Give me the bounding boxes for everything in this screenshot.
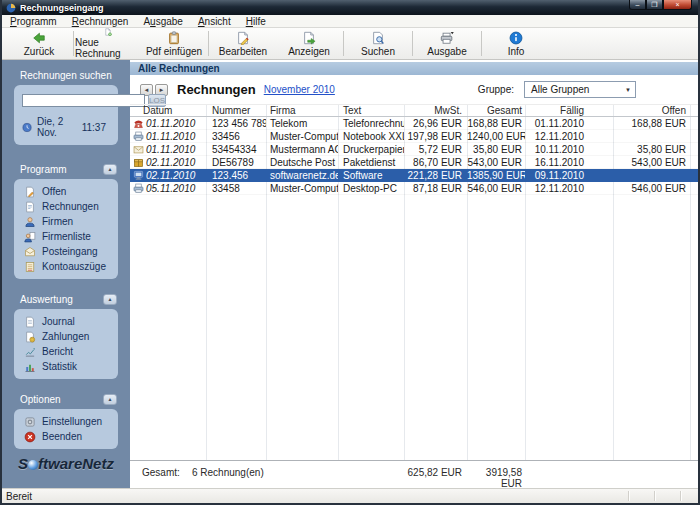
group-label: Gruppe: bbox=[478, 84, 514, 95]
toolbar-separator bbox=[208, 31, 209, 56]
toolbar-separator bbox=[412, 31, 413, 56]
search-button[interactable]: Suchen bbox=[345, 28, 411, 59]
page-title: Rechnungen bbox=[177, 82, 256, 97]
section-title-optionen: Optionen bbox=[20, 394, 61, 405]
table-row[interactable]: 05.11.2010 33458 Muster-Computer Desktop… bbox=[130, 182, 698, 195]
menu-programm[interactable]: Programm bbox=[10, 16, 57, 27]
toolbar-separator bbox=[481, 31, 482, 56]
title-bar: Rechnungseingang – ❐ × bbox=[2, 0, 698, 15]
sidebar-item-journal[interactable]: Journal bbox=[14, 314, 118, 329]
sidebar-item-rechnungen[interactable]: Rechnungen bbox=[14, 199, 118, 214]
gear-icon bbox=[24, 416, 36, 428]
sidebar-item-bericht[interactable]: Bericht bbox=[14, 344, 118, 359]
sidebar-item-firmen[interactable]: Firmen bbox=[14, 214, 118, 229]
pdf-insert-button[interactable]: Pdf einfügen bbox=[141, 28, 207, 59]
group-dropdown[interactable]: Alle Gruppen ▼ bbox=[524, 81, 636, 98]
table-row[interactable]: 01.11.2010 53454334 Mustermann AG Drucke… bbox=[130, 143, 698, 156]
sidebar-item-zahlungen[interactable]: Zahlungen bbox=[14, 329, 118, 344]
view-icon bbox=[302, 31, 316, 45]
collapse-icon[interactable]: ▲ bbox=[103, 394, 117, 405]
toolbar: Zurück Neue Rechnung Pdf einfügen Bearbe… bbox=[2, 28, 698, 60]
collapse-icon[interactable]: ▲ bbox=[103, 164, 117, 175]
search-panel: LOS Die, 2 Nov. 11:37 bbox=[14, 85, 118, 145]
view-button[interactable]: Anzeigen bbox=[276, 28, 342, 59]
sidebar: Rechnungen suchen LOS Die, 2 Nov. 11:37 … bbox=[2, 60, 130, 488]
close-button[interactable]: × bbox=[663, 0, 692, 10]
app-window: Rechnungseingang – ❐ × Programm Rechnung… bbox=[0, 0, 700, 505]
column-header-datum[interactable]: Datum bbox=[130, 105, 206, 116]
search-section-title: Rechnungen suchen bbox=[20, 70, 130, 81]
menu-rechnungen[interactable]: Rechnungen bbox=[72, 16, 129, 27]
minimize-button[interactable]: – bbox=[629, 0, 646, 10]
table-row[interactable]: 01.11.2010 123 456 7890 Telekom Telefonr… bbox=[130, 117, 698, 130]
column-header-text[interactable]: Text bbox=[338, 105, 404, 116]
current-date: Die, 2 Nov. bbox=[37, 116, 82, 138]
table-header: Datum Nummer Firma Text MwSt. Gesamt Fäl… bbox=[130, 104, 698, 117]
info-icon bbox=[509, 31, 523, 45]
search-icon bbox=[371, 31, 385, 45]
footer-total-label: Gesamt: bbox=[142, 467, 180, 478]
maximize-button[interactable]: ❐ bbox=[646, 0, 663, 10]
sidebar-item-offen[interactable]: Offen bbox=[14, 184, 118, 199]
phone-icon bbox=[133, 118, 144, 129]
report-icon bbox=[24, 346, 36, 358]
status-text: Bereit bbox=[6, 491, 32, 502]
menu-ansicht[interactable]: Ansicht bbox=[198, 16, 231, 27]
ledger-icon bbox=[24, 261, 36, 273]
person-list-icon bbox=[24, 231, 36, 243]
back-button[interactable]: Zurück bbox=[6, 28, 72, 59]
new-invoice-icon bbox=[101, 28, 115, 36]
auswertung-panel: Journal Zahlungen Bericht Statistik bbox=[14, 309, 118, 379]
menu-ausgabe[interactable]: Ausgabe bbox=[143, 16, 182, 27]
column-header-nummer[interactable]: Nummer bbox=[206, 105, 266, 116]
edit-button[interactable]: Bearbeiten bbox=[210, 28, 276, 59]
clock-icon bbox=[22, 122, 32, 133]
print-icon bbox=[440, 31, 454, 45]
period-link[interactable]: November 2010 bbox=[264, 84, 335, 95]
fax-icon bbox=[133, 131, 144, 142]
toolbar-separator bbox=[343, 31, 344, 56]
journal-icon bbox=[24, 316, 36, 328]
pdf-insert-icon bbox=[167, 31, 181, 45]
column-header-offen[interactable]: Offen bbox=[613, 105, 698, 116]
sidebar-item-posteingang[interactable]: Posteingang bbox=[14, 244, 118, 259]
footer-gesamt-total: 3919,58 EUR bbox=[467, 467, 525, 489]
menu-hilfe[interactable]: Hilfe bbox=[246, 16, 266, 27]
window-title: Rechnungseingang bbox=[20, 3, 104, 13]
bar-chart-icon bbox=[24, 361, 36, 373]
current-time: 11:37 bbox=[82, 122, 110, 133]
back-arrow-icon bbox=[32, 31, 46, 45]
info-button[interactable]: Info bbox=[483, 28, 549, 59]
search-input[interactable] bbox=[22, 94, 145, 107]
table-footer: Gesamt: 6 Rechnung(en) 625,82 EUR 3919,5… bbox=[130, 460, 698, 485]
app-logo-icon bbox=[6, 3, 16, 13]
new-invoice-button[interactable]: Neue Rechnung bbox=[75, 28, 141, 59]
footer-invoice-count: 6 Rechnung(en) bbox=[192, 467, 264, 478]
sidebar-item-statistik[interactable]: Statistik bbox=[14, 359, 118, 374]
output-button[interactable]: Ausgabe bbox=[414, 28, 480, 59]
sidebar-item-kontoauszuege[interactable]: Kontoauszüge bbox=[14, 259, 118, 274]
column-header-mwst[interactable]: MwSt. bbox=[404, 105, 467, 116]
table-row[interactable]: 01.11.2010 33456 Muster-Computer Noteboo… bbox=[130, 130, 698, 143]
chevron-down-icon: ▼ bbox=[625, 87, 631, 93]
collapse-icon[interactable]: ▲ bbox=[103, 294, 117, 305]
package-icon bbox=[133, 157, 144, 168]
column-header-faellig[interactable]: Fällig bbox=[525, 105, 613, 116]
fax-icon bbox=[133, 183, 144, 194]
footer-mwst-total: 625,82 EUR bbox=[404, 467, 467, 478]
table-row-selected[interactable]: 02.11.2010 123.456 softwarenetz.de Softw… bbox=[130, 169, 698, 182]
invoice-document-icon bbox=[24, 201, 36, 213]
sidebar-item-einstellungen[interactable]: Einstellungen bbox=[14, 414, 118, 429]
table-row[interactable]: 02.11.2010 DE56789 Deutsche Post Paketdi… bbox=[130, 156, 698, 169]
sidebar-item-beenden[interactable]: Beenden bbox=[14, 429, 118, 444]
column-header-gesamt[interactable]: Gesamt bbox=[467, 105, 525, 116]
payment-icon bbox=[24, 331, 36, 343]
computer-icon bbox=[133, 170, 144, 181]
sidebar-item-firmenliste[interactable]: Firmenliste bbox=[14, 229, 118, 244]
column-header-firma[interactable]: Firma bbox=[266, 105, 338, 116]
programm-panel: Offen Rechnungen Firmen Firmenliste Post… bbox=[14, 179, 118, 279]
toolbar-separator bbox=[73, 31, 74, 56]
view-caption: Alle Rechnungen bbox=[130, 62, 698, 75]
optionen-panel: Einstellungen Beenden bbox=[14, 409, 118, 449]
nav-row: ◄ ► Rechnungen November 2010 Gruppe: All… bbox=[130, 75, 698, 104]
